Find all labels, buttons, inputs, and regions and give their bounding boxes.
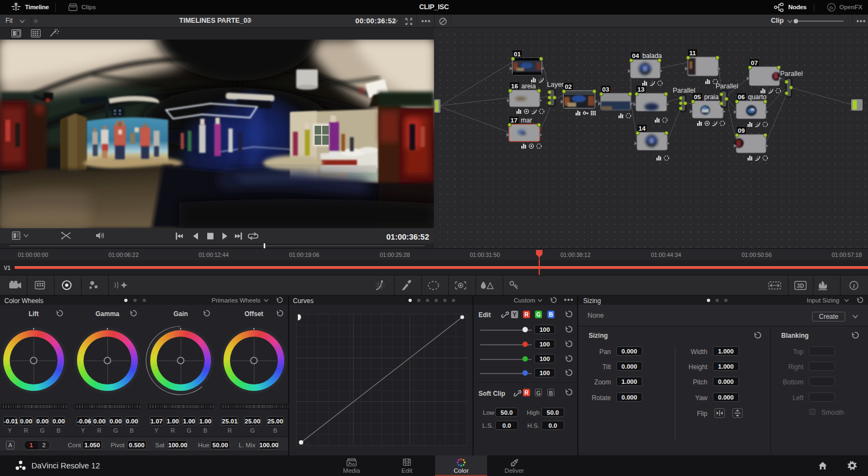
- svg-text:11: 11: [689, 50, 696, 56]
- svg-text:04: 04: [632, 53, 639, 59]
- svg-text:Parallel: Parallel: [780, 70, 803, 78]
- svg-text:quarto: quarto: [748, 93, 767, 101]
- svg-text:05: 05: [694, 94, 701, 100]
- svg-text:13: 13: [637, 86, 644, 93]
- svg-text:Parallel: Parallel: [673, 87, 695, 94]
- svg-text:14: 14: [639, 125, 646, 132]
- svg-text:17: 17: [510, 117, 518, 124]
- svg-text:06: 06: [738, 94, 745, 100]
- svg-text:16: 16: [511, 83, 518, 89]
- svg-text:Layer: Layer: [547, 81, 564, 88]
- svg-text:02: 02: [565, 83, 572, 90]
- svg-text:i: i: [853, 282, 855, 289]
- svg-text:3D: 3D: [797, 283, 804, 289]
- svg-text:07: 07: [751, 60, 758, 66]
- svg-text:Parallel: Parallel: [716, 82, 738, 90]
- svg-text:praia: praia: [704, 93, 719, 101]
- svg-text:03: 03: [602, 86, 609, 93]
- svg-text:01: 01: [514, 51, 521, 57]
- svg-text:balada: balada: [642, 52, 662, 60]
- svg-text:areia: areia: [521, 82, 536, 90]
- svg-text:mar: mar: [521, 117, 532, 124]
- svg-text:09: 09: [738, 127, 745, 134]
